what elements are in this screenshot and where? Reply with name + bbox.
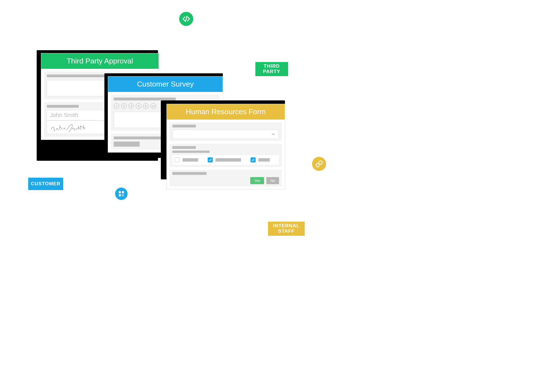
placeholder-line <box>258 158 270 162</box>
select-dropdown[interactable] <box>172 130 279 139</box>
form-section <box>170 122 282 141</box>
link-icon <box>312 157 326 171</box>
diagram-canvas: THIRD PARTY CUSTOMER INTERNAL STAFF Thir… <box>0 0 542 392</box>
no-button[interactable]: No <box>266 177 279 184</box>
qr-code-icon <box>115 188 128 200</box>
checkbox[interactable] <box>251 157 256 162</box>
signature-icon <box>50 122 89 133</box>
placeholder-line <box>114 142 140 147</box>
customer-badge: CUSTOMER <box>28 178 63 190</box>
badge-line: PARTY <box>263 69 280 74</box>
placeholder-line <box>47 105 79 108</box>
svg-rect-6 <box>122 195 123 196</box>
code-icon <box>179 12 193 26</box>
placeholder-line <box>47 74 105 77</box>
check-icon <box>209 158 212 162</box>
checkbox[interactable] <box>208 157 213 162</box>
placeholder-line <box>183 158 198 162</box>
card-body: Yes No <box>167 120 285 189</box>
rating-option[interactable]: 1 <box>114 103 119 109</box>
yes-button[interactable]: Yes <box>250 177 264 184</box>
placeholder-line <box>216 158 241 162</box>
rating-option[interactable]: 5 <box>143 103 149 109</box>
svg-rect-7 <box>123 195 124 196</box>
svg-rect-2 <box>122 191 124 193</box>
placeholder-line <box>114 98 176 100</box>
yes-no-row: Yes No <box>172 177 279 184</box>
svg-line-0 <box>186 16 187 21</box>
form-section: Yes No <box>170 170 282 186</box>
placeholder-line <box>172 125 196 127</box>
badge-line: THIRD <box>264 64 280 69</box>
card-title: Customer Survey <box>108 76 223 92</box>
svg-rect-5 <box>123 194 124 195</box>
card-title: Third Party Approval <box>41 53 159 69</box>
rating-option[interactable]: 3 <box>128 103 134 109</box>
third-party-badge: THIRD PARTY <box>255 62 288 76</box>
check-icon <box>251 158 255 162</box>
badge-text: CUSTOMER <box>31 181 61 187</box>
hr-form-card: Human Resources Form <box>166 104 285 190</box>
placeholder-line <box>172 146 196 149</box>
chevron-down-icon <box>271 132 276 137</box>
checkbox-row <box>172 155 279 165</box>
svg-rect-1 <box>119 191 121 193</box>
card-title: Human Resources Form <box>167 104 285 120</box>
badge-line: INTERNAL <box>273 223 300 229</box>
placeholder-line <box>172 151 210 153</box>
checkbox[interactable] <box>175 157 180 162</box>
internal-staff-badge: INTERNAL STAFF <box>268 222 305 236</box>
rating-option[interactable]: 4 <box>136 103 141 109</box>
rating-option-na[interactable]: NA <box>150 103 156 109</box>
placeholder-line <box>172 172 207 175</box>
rating-option[interactable]: 2 <box>121 103 127 109</box>
badge-line: STAFF <box>278 229 295 234</box>
svg-rect-3 <box>119 194 121 196</box>
form-section <box>170 144 282 167</box>
svg-rect-4 <box>122 194 123 195</box>
